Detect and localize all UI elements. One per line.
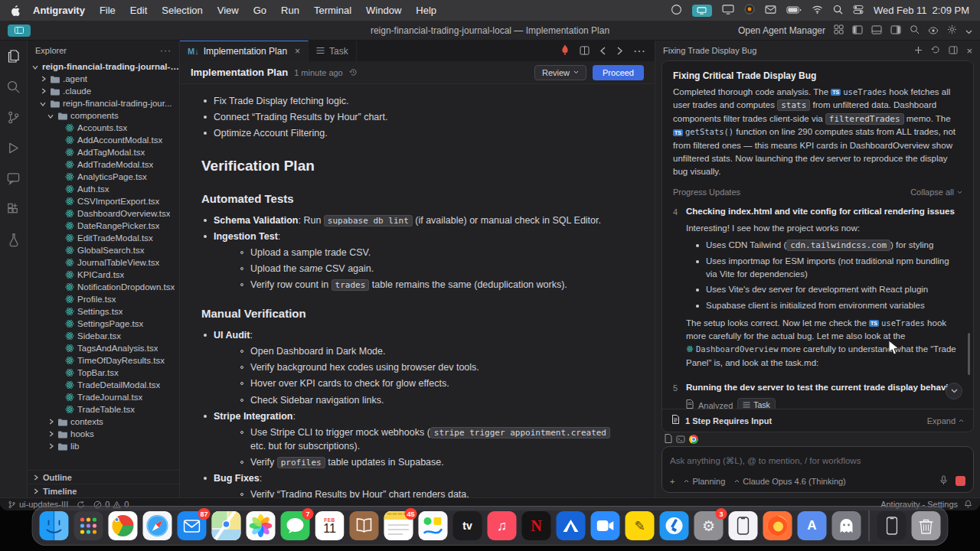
tree-item-accounts-tsx[interactable]: Accounts.tsx xyxy=(28,122,179,134)
tree-item--agent[interactable]: .agent xyxy=(28,73,179,85)
expand-button[interactable]: Expand xyxy=(927,415,964,428)
terminal-context-icon[interactable] xyxy=(676,432,685,446)
model-selector[interactable]: Claude Opus 4.6 (Thinking) xyxy=(734,477,846,486)
more-actions-icon[interactable]: ··· xyxy=(160,45,172,56)
menu-item-selection[interactable]: Selection xyxy=(162,5,202,16)
ts-symbol-link[interactable]: TSuseTrades xyxy=(831,86,887,99)
more-icon[interactable]: ··· xyxy=(633,44,645,58)
agent-conversation[interactable]: Fixing Critical Trade Display Bug Comple… xyxy=(662,61,973,409)
testing-icon[interactable] xyxy=(5,230,23,249)
tree-item-settingspage-tsx[interactable]: SettingsPage.tsx xyxy=(28,318,179,330)
mode-selector[interactable]: Planning xyxy=(684,477,725,486)
panel-left-icon[interactable] xyxy=(852,24,863,37)
ts-symbol-link[interactable]: TSgetStats() xyxy=(673,126,733,139)
explorer-icon[interactable] xyxy=(5,47,23,65)
tree-item-analyticspage-tsx[interactable]: AnalyticsPage.tsx xyxy=(28,171,179,183)
chrome-context-icon[interactable] xyxy=(689,435,698,444)
extensions-icon[interactable] xyxy=(5,200,23,218)
dock-messages-icon[interactable]: 7 xyxy=(281,511,310,540)
dock-mail-icon[interactable]: 87 xyxy=(178,511,207,540)
tree-item-profile-tsx[interactable]: Profile.tsx xyxy=(28,293,179,305)
add-context-button[interactable]: + xyxy=(670,477,675,486)
back-icon[interactable] xyxy=(599,44,606,58)
search-icon[interactable] xyxy=(910,24,920,37)
dock-arc-icon[interactable]: A xyxy=(798,511,827,540)
chevron-down-icon[interactable] xyxy=(965,24,972,37)
dock-safari-icon[interactable] xyxy=(143,511,172,540)
tree-item-topbar-tsx[interactable]: TopBar.tsx xyxy=(28,367,179,379)
gear-icon[interactable] xyxy=(947,24,957,37)
dock-phantom-icon[interactable] xyxy=(832,511,861,540)
tree-item-reign-financial-trading-journal-lo-[interactable]: reign-financial-trading-journal-lo... xyxy=(28,60,179,73)
history-icon[interactable] xyxy=(349,66,358,80)
proceed-button[interactable]: Proceed xyxy=(593,65,644,80)
tree-item-addaccountmodal-tsx[interactable]: AddAccountModal.tsx xyxy=(28,134,179,146)
agent-input-box[interactable]: + Planning Claude Opus 4.6 (Thinking) xyxy=(662,446,974,493)
sidebar-section-timeline[interactable]: Timeline xyxy=(28,484,179,497)
eye-icon[interactable] xyxy=(928,24,939,37)
panel-right-icon[interactable] xyxy=(890,24,901,37)
tree-item-addtagmodal-tsx[interactable]: AddTagModal.tsx xyxy=(28,146,179,158)
menu-clock[interactable]: Wed Feb 11 2:09 PM xyxy=(874,5,969,16)
tree-item-reign-financial-trading-jour-[interactable]: reign-financial-trading-jour... xyxy=(28,97,179,109)
review-button[interactable]: Review xyxy=(534,65,586,80)
layout-icon[interactable] xyxy=(949,45,958,57)
requires-input-bar[interactable]: 1 Step Requires Input Expand xyxy=(662,409,973,432)
dock-settings-icon[interactable]: ⚙3 xyxy=(694,511,724,540)
dock-xcode-icon[interactable] xyxy=(660,511,689,540)
collapse-all-button[interactable]: Collapse all xyxy=(910,186,962,199)
dock-maps-icon[interactable] xyxy=(212,511,241,540)
tree-item-tradedetailmodal-tsx[interactable]: TradeDetailModal.tsx xyxy=(28,379,179,391)
tree-item-hooks[interactable]: hooks xyxy=(28,428,179,440)
stop-button[interactable] xyxy=(956,476,965,486)
spotlight-icon[interactable] xyxy=(833,5,843,17)
microphone-icon[interactable] xyxy=(939,475,948,487)
dock-firefox-icon[interactable] xyxy=(763,511,792,540)
tree-item-journaltableview-tsx[interactable]: JournalTableView.tsx xyxy=(28,256,179,269)
dock-finder-icon[interactable] xyxy=(40,511,69,540)
tree-item-addtrademodal-tsx[interactable]: AddTradeModal.tsx xyxy=(28,158,179,171)
tree-item-edittrademodal-tsx[interactable]: EditTradeModal.tsx xyxy=(28,232,179,244)
markdown-preview[interactable]: Fix Trade Display fetching logic.Connect… xyxy=(180,84,655,497)
open-agent-manager-label[interactable]: Open Agent Manager xyxy=(738,25,825,36)
tree-item-kpicard-tsx[interactable]: KPICard.tsx xyxy=(28,269,179,281)
search-icon[interactable] xyxy=(5,77,23,96)
menu-item-window[interactable]: Window xyxy=(366,5,401,16)
close-icon[interactable]: × xyxy=(295,46,300,57)
chat-icon[interactable] xyxy=(5,169,23,187)
record-indicator-icon[interactable] xyxy=(744,4,755,17)
tab-implementation-plan[interactable]: M↓ Implementation Plan × xyxy=(180,41,309,61)
source-control-icon[interactable] xyxy=(5,108,23,126)
chevron-collapsed-icon[interactable] xyxy=(47,419,54,425)
tab-task[interactable]: Task xyxy=(309,41,357,61)
chevron-expanded-icon[interactable] xyxy=(40,100,47,107)
dock-highlights-icon[interactable]: ✎ xyxy=(626,511,655,540)
workspace-badge-icon[interactable] xyxy=(8,24,31,37)
tree-item-daterangepicker-tsx[interactable]: DateRangePicker.tsx xyxy=(28,220,179,232)
dock-chrome-icon[interactable] xyxy=(109,511,138,540)
dock-paramount-icon[interactable] xyxy=(557,511,586,540)
tree-item-timeofdayresults-tsx[interactable]: TimeOfDayResults.tsx xyxy=(28,354,179,367)
chevron-expanded-icon[interactable] xyxy=(47,112,54,119)
tree-item-globalsearch-tsx[interactable]: GlobalSearch.tsx xyxy=(28,244,179,256)
tree-item-auth-tsx[interactable]: Auth.tsx xyxy=(28,183,179,195)
flame-icon[interactable] xyxy=(560,44,570,58)
dock-iphone-icon[interactable] xyxy=(877,511,906,540)
tree-item--claude[interactable]: .claude xyxy=(28,85,179,97)
apple-menu-icon[interactable] xyxy=(11,5,21,16)
file-context-icon[interactable] xyxy=(665,432,672,446)
menu-item-help[interactable]: Help xyxy=(416,5,436,16)
forward-icon[interactable] xyxy=(616,44,623,58)
wifi-icon[interactable] xyxy=(812,5,823,16)
bell-icon[interactable] xyxy=(964,500,972,510)
react-symbol-link[interactable]: DashboardOverview xyxy=(686,344,778,357)
run-debug-icon[interactable] xyxy=(5,139,23,157)
task-file-chip[interactable]: Task xyxy=(737,398,776,408)
chevron-collapsed-icon[interactable] xyxy=(40,88,47,95)
dock-launchpad-icon[interactable] xyxy=(74,511,103,540)
tree-item-lib[interactable]: lib xyxy=(28,440,179,452)
tree-item-notificationdropdown-tsx[interactable]: NotificationDropdown.tsx xyxy=(28,281,179,293)
menu-item-file[interactable]: File xyxy=(100,5,116,16)
mail-status-icon[interactable] xyxy=(765,5,776,16)
grid-icon[interactable] xyxy=(834,24,844,37)
